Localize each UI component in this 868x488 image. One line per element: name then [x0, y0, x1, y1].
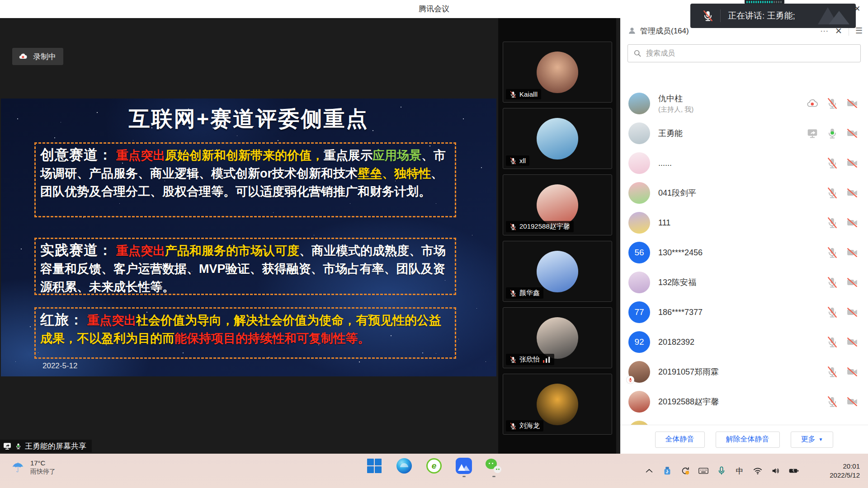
mic-muted-icon[interactable] [826, 277, 838, 288]
mic-muted-icon[interactable] [826, 157, 838, 169]
participant-name: Kaialll [519, 90, 538, 98]
camera-muted-icon[interactable] [846, 247, 858, 258]
member-row[interactable]: 20192588赵宇馨 [620, 387, 868, 417]
tray-volume-icon[interactable] [770, 465, 781, 476]
member-row[interactable]: 041段剑平 [620, 178, 868, 208]
muted-mic-icon [509, 223, 517, 230]
avatar-mic-badge [627, 376, 634, 384]
camera-muted-icon[interactable] [846, 217, 858, 229]
slide-text-segment: 产品和服务的市场认可度 [165, 244, 299, 258]
slide-text-segment: 原始创新和创新带来的价值， [165, 149, 324, 162]
more-button[interactable]: 更多▼ [791, 432, 834, 448]
member-row[interactable]: 56130****2456 [620, 238, 868, 267]
slide-title: 互联网+赛道评委侧重点 [1, 105, 496, 133]
chevron-down-icon: ▼ [819, 437, 823, 442]
panel-menu-icon[interactable]: ☰ [855, 27, 863, 35]
member-panel-title: 管理成员(164) [640, 26, 689, 36]
video-tile[interactable]: xll [503, 108, 612, 169]
video-tile[interactable]: 20192588赵宇馨 [503, 174, 612, 235]
taskbar-tencent-meeting-icon[interactable] [456, 458, 472, 477]
mute-all-button[interactable]: 全体静音 [655, 432, 705, 448]
screen-share-icon [3, 441, 12, 450]
recording-badge: 录制中 [12, 48, 63, 65]
mic-muted-icon[interactable] [826, 336, 838, 348]
member-list: 仇中柱(主持人, 我)王勇能......041段剑平11156130****24… [620, 89, 868, 425]
member-avatar [628, 391, 650, 413]
mic-muted-icon[interactable] [826, 217, 838, 229]
participant-name-chip: 张欣怡 [506, 354, 554, 365]
taskbar-wechat-icon[interactable] [486, 458, 502, 477]
muted-mic-icon [509, 422, 517, 430]
meeting-window: 腾讯会议 ✕ 录制中 互联网+赛道评委侧重点 创意赛道：重点突出原始创新和创新带… [0, 0, 868, 488]
member-name: 186****7377 [658, 308, 703, 317]
mic-muted-icon[interactable] [826, 98, 838, 109]
member-row[interactable]: 20191057郑雨霖 [620, 357, 868, 387]
participant-name-chip: 20192588赵宇馨 [506, 221, 574, 232]
member-row[interactable]: 仇中柱(主持人, 我) [620, 89, 868, 118]
taskbar-edge-browser-icon[interactable] [396, 458, 412, 477]
member-row[interactable]: 132陈安福 [620, 267, 868, 297]
mic-active-icon[interactable] [826, 127, 838, 139]
audio-level-meter [745, 0, 784, 4]
member-avatar: 77 [628, 301, 650, 323]
search-icon [633, 49, 642, 58]
camera-muted-icon[interactable] [846, 366, 858, 378]
taskbar-windows-start-icon[interactable] [366, 458, 382, 477]
member-row[interactable]: 王勇能 [620, 118, 868, 148]
meeting-logo-watermark [818, 6, 849, 25]
tray-keyboard-icon[interactable] [698, 465, 709, 476]
slide-text-segment: 重点突出 [87, 314, 136, 327]
camera-muted-icon[interactable] [846, 396, 858, 408]
camera-muted-icon[interactable] [846, 336, 858, 348]
tray-battery-icon[interactable] [788, 465, 799, 476]
member-row[interactable] [620, 417, 868, 425]
member-row[interactable]: 77186****7377 [620, 297, 868, 327]
cloud-record-icon[interactable] [807, 98, 818, 109]
member-row[interactable]: 111 [620, 208, 868, 238]
tray-ime-icon[interactable]: 中 [734, 465, 745, 476]
camera-muted-icon[interactable] [846, 98, 858, 109]
mic-muted-icon[interactable] [826, 247, 838, 258]
slide-box-creative-track: 创意赛道：重点突出原始创新和创新带来的价值，重点展示应用场景、市场调研、产品服务… [34, 142, 456, 217]
member-row[interactable]: ...... [620, 148, 868, 178]
video-tile[interactable]: 颜华鑫 [503, 241, 612, 302]
member-row[interactable]: 9220182392 [620, 327, 868, 357]
video-tile[interactable]: 张欣怡 [503, 307, 612, 368]
camera-muted-icon[interactable] [846, 187, 858, 199]
mic-muted-icon[interactable] [826, 396, 838, 408]
video-tile[interactable]: Kaialll [503, 42, 612, 103]
tray-usb-icon[interactable] [662, 465, 673, 476]
clock-date: 2022/5/12 [830, 471, 860, 480]
taskbar-app-icons: e [366, 458, 502, 477]
participant-name: 刘海龙 [519, 422, 540, 430]
participant-avatar [537, 317, 578, 359]
taskbar-weather-widget[interactable]: ☂ 17°C 雨快停了 [12, 459, 56, 476]
screen-share-icon[interactable] [807, 127, 818, 139]
participant-name: 20192588赵宇馨 [519, 222, 570, 231]
weather-temp: 17°C [30, 459, 56, 467]
camera-muted-icon[interactable] [846, 157, 858, 169]
screen-share-area: 录制中 互联网+赛道评委侧重点 创意赛道：重点突出原始创新和创新带来的价值，重点… [0, 18, 498, 454]
recording-badge-label: 录制中 [33, 52, 56, 62]
unmute-all-button[interactable]: 解除全体静音 [716, 432, 780, 448]
member-name: 20182392 [658, 338, 694, 347]
participant-name: xll [519, 157, 526, 164]
slide-text-segment: 创意赛道： [40, 147, 113, 163]
camera-muted-icon[interactable] [846, 277, 858, 288]
camera-muted-icon[interactable] [846, 127, 858, 139]
toast-divider [720, 9, 721, 22]
slide-box-practice-track: 实践赛道：重点突出产品和服务的市场认可度、商业模式的成熟度、市场容量和反馈、客户… [34, 238, 456, 295]
member-search [627, 44, 861, 62]
search-input[interactable] [627, 44, 861, 62]
camera-muted-icon[interactable] [846, 306, 858, 318]
taskbar-360-browser-icon[interactable]: e [426, 458, 442, 477]
mic-muted-icon[interactable] [826, 306, 838, 318]
tray-chevron-up-icon[interactable] [644, 465, 655, 476]
tray-sync-icon[interactable] [680, 465, 691, 476]
mic-muted-icon[interactable] [826, 187, 838, 199]
video-tile[interactable]: 刘海龙 [503, 374, 612, 435]
mic-muted-icon[interactable] [826, 366, 838, 378]
tray-microphone-icon[interactable] [716, 465, 727, 476]
tray-wifi-icon[interactable] [752, 465, 763, 476]
taskbar-clock[interactable]: 20:01 2022/5/12 [830, 462, 860, 480]
